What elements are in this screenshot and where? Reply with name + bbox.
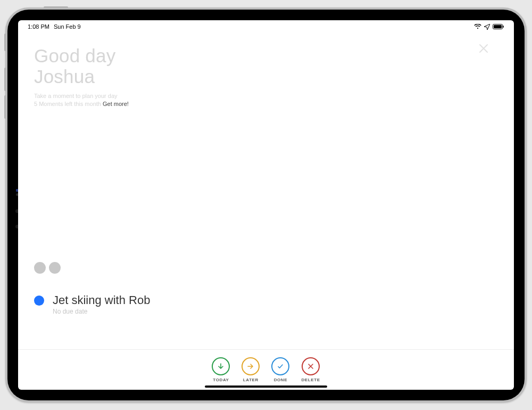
task-title: Jet skiing with Rob [53, 294, 150, 307]
wifi-icon [474, 24, 481, 29]
done-label: DONE [274, 378, 288, 382]
action-divider [18, 349, 514, 350]
home-indicator[interactable] [205, 386, 327, 388]
done-button[interactable]: DONE [271, 357, 289, 382]
task-subtitle: No due date [53, 308, 150, 315]
status-bar: 1:08 PM Sun Feb 9 [18, 20, 514, 33]
cross-icon [302, 357, 320, 375]
get-more-link[interactable]: Get more! [103, 101, 129, 107]
greeting-subtitle: Take a moment to plan your day [34, 92, 498, 100]
arrow-right-icon [242, 357, 260, 375]
page-indicator [34, 262, 61, 274]
arrow-down-icon [212, 357, 230, 375]
page-dot [34, 262, 46, 274]
status-date: Sun Feb 9 [54, 23, 81, 30]
greeting-line-1: Good day [34, 46, 498, 67]
moments-left: 5 Moments left this month [34, 101, 101, 107]
location-icon [484, 24, 490, 30]
check-icon [271, 357, 289, 375]
action-bar: TODAY LATER DONE [18, 357, 514, 382]
task-card[interactable]: Jet skiing with Rob No due date [34, 294, 498, 315]
task-bullet [34, 296, 44, 306]
later-button[interactable]: LATER [242, 357, 260, 382]
svg-rect-1 [494, 25, 502, 28]
greeting-line-2: Joshua [34, 67, 498, 87]
page-dot [49, 262, 61, 274]
today-button[interactable]: TODAY [212, 357, 230, 382]
moments-line: 5 Moments left this month Get more! [34, 100, 498, 108]
greeting: Good day Joshua [34, 46, 498, 87]
battery-icon [493, 24, 504, 29]
status-time: 1:08 PM [28, 23, 49, 30]
later-label: LATER [243, 378, 259, 382]
svg-rect-2 [503, 26, 504, 28]
delete-label: DELETE [301, 378, 320, 382]
delete-button[interactable]: DELETE [301, 357, 320, 382]
today-label: TODAY [213, 378, 229, 382]
